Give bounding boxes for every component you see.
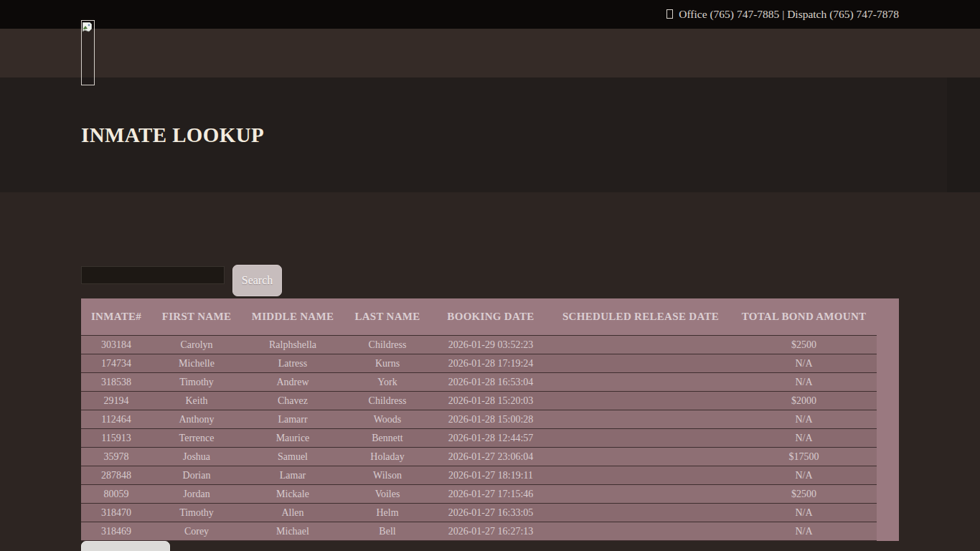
cell-first-name: Jordan bbox=[151, 485, 242, 503]
cell-first-name: Corey bbox=[151, 522, 242, 540]
table-body: 303184CarolynRalphshellaChildress2026-01… bbox=[81, 336, 899, 541]
table-row[interactable]: 287848DorianLamarWilson2026-01-27 18:19:… bbox=[81, 466, 877, 485]
cell-middle-name: Michael bbox=[242, 522, 344, 540]
hero-banner: INMATE LOOKUP bbox=[0, 77, 980, 192]
cell-last-name: Woods bbox=[344, 410, 431, 428]
cell-last-name: Voiles bbox=[344, 485, 431, 503]
cell-scheduled-release-date bbox=[550, 466, 731, 484]
cell-booking-date: 2026-01-27 23:06:04 bbox=[431, 448, 550, 466]
cell-total-bond-amount: N/A bbox=[731, 410, 877, 428]
column-header-booking-date[interactable]: BOOKING DATE bbox=[431, 298, 550, 335]
cell-total-bond-amount: N/A bbox=[731, 429, 877, 447]
inmate-lookup-page: Office (765) 747-7885 | Dispatch (765) 7… bbox=[0, 0, 980, 551]
cell-middle-name: Lamarr bbox=[242, 410, 344, 428]
table-row[interactable]: 112464AnthonyLamarrWoods2026-01-28 15:00… bbox=[81, 410, 877, 429]
cell-scheduled-release-date bbox=[550, 410, 731, 428]
table-row[interactable]: 80059JordanMickaleVoiles2026-01-27 17:15… bbox=[81, 485, 877, 504]
cell-booking-date: 2026-01-27 18:19:11 bbox=[431, 466, 550, 484]
cell-scheduled-release-date bbox=[550, 392, 731, 410]
table-header-row: INMATE# FIRST NAME MIDDLE NAME LAST NAME… bbox=[81, 298, 877, 336]
page-title: INMATE LOOKUP bbox=[81, 123, 264, 147]
table-row[interactable]: 35978JoshuaSamuelHoladay2026-01-27 23:06… bbox=[81, 448, 877, 466]
cell-inmate-number: 318538 bbox=[81, 373, 151, 391]
cell-scheduled-release-date bbox=[550, 336, 731, 354]
cell-first-name: Dorian bbox=[151, 466, 242, 484]
cell-booking-date: 2026-01-28 15:20:03 bbox=[431, 392, 550, 410]
cell-inmate-number: 112464 bbox=[81, 410, 151, 428]
cell-scheduled-release-date bbox=[550, 522, 731, 540]
column-header-first-name[interactable]: FIRST NAME bbox=[151, 298, 242, 335]
contact-phone-numbers: Office (765) 747-7885 | Dispatch (765) 7… bbox=[679, 8, 899, 20]
cell-total-bond-amount: $17500 bbox=[731, 448, 877, 466]
search-input[interactable] bbox=[81, 266, 225, 284]
cell-last-name: Holaday bbox=[344, 448, 431, 466]
cell-middle-name: Latress bbox=[242, 354, 344, 372]
cell-scheduled-release-date bbox=[550, 504, 731, 522]
cell-middle-name: Chavez bbox=[242, 392, 344, 410]
cell-inmate-number: 287848 bbox=[81, 466, 151, 484]
column-header-last-name[interactable]: LAST NAME bbox=[344, 298, 431, 335]
table-row[interactable]: 115913TerrenceMauriceBennett2026-01-28 1… bbox=[81, 429, 877, 448]
cell-middle-name: Maurice bbox=[242, 429, 344, 447]
navbar bbox=[0, 29, 980, 77]
cell-first-name: Timothy bbox=[151, 373, 242, 391]
cell-first-name: Keith bbox=[151, 392, 242, 410]
cell-middle-name: Lamar bbox=[242, 466, 344, 484]
column-header-total-bond-amount[interactable]: TOTAL BOND AMOUNT bbox=[731, 298, 877, 335]
cell-scheduled-release-date bbox=[550, 373, 731, 391]
cell-inmate-number: 80059 bbox=[81, 485, 151, 503]
cell-booking-date: 2026-01-28 17:19:24 bbox=[431, 354, 550, 372]
cell-scheduled-release-date bbox=[550, 448, 731, 466]
cell-first-name: Michelle bbox=[151, 354, 242, 372]
cell-last-name: Bennett bbox=[344, 429, 431, 447]
cell-inmate-number: 35978 bbox=[81, 448, 151, 466]
cell-first-name: Carolyn bbox=[151, 336, 242, 354]
table-row[interactable]: 318538TimothyAndrewYork2026-01-28 16:53:… bbox=[81, 373, 877, 392]
site-logo-broken-image[interactable] bbox=[81, 20, 95, 85]
cell-last-name: Childress bbox=[344, 392, 431, 410]
cell-last-name: Childress bbox=[344, 336, 431, 354]
cell-first-name: Joshua bbox=[151, 448, 242, 466]
cell-last-name: Bell bbox=[344, 522, 431, 540]
table-row[interactable]: 174734MichelleLatressKurns2026-01-28 17:… bbox=[81, 354, 877, 373]
cell-middle-name: Samuel bbox=[242, 448, 344, 466]
cell-inmate-number: 174734 bbox=[81, 354, 151, 372]
inmate-table: INMATE# FIRST NAME MIDDLE NAME LAST NAME… bbox=[81, 298, 899, 541]
cell-total-bond-amount: N/A bbox=[731, 354, 877, 372]
cell-last-name: Wilson bbox=[344, 466, 431, 484]
cell-inmate-number: 303184 bbox=[81, 336, 151, 354]
cell-first-name: Anthony bbox=[151, 410, 242, 428]
column-header-inmate-number[interactable]: INMATE# bbox=[81, 298, 151, 335]
cell-middle-name: Andrew bbox=[242, 373, 344, 391]
pagination-previous-button[interactable]: Previous bbox=[81, 541, 170, 551]
topbar: Office (765) 747-7885 | Dispatch (765) 7… bbox=[0, 0, 980, 29]
cell-first-name: Timothy bbox=[151, 504, 242, 522]
column-header-middle-name[interactable]: MIDDLE NAME bbox=[242, 298, 344, 335]
cell-total-bond-amount: $2000 bbox=[731, 392, 877, 410]
broken-image-icon bbox=[83, 22, 92, 32]
cell-first-name: Terrence bbox=[151, 429, 242, 447]
cell-booking-date: 2026-01-28 16:53:04 bbox=[431, 373, 550, 391]
table-row[interactable]: 318470TimothyAllenHelm2026-01-27 16:33:0… bbox=[81, 504, 877, 522]
cell-scheduled-release-date bbox=[550, 485, 731, 503]
cell-total-bond-amount: N/A bbox=[731, 466, 877, 484]
main-content: Search INMATE# FIRST NAME MIDDLE NAME LA… bbox=[0, 192, 980, 551]
cell-inmate-number: 115913 bbox=[81, 429, 151, 447]
search-button[interactable]: Search bbox=[232, 265, 282, 296]
table-row[interactable]: 318469CoreyMichaelBell2026-01-27 16:27:1… bbox=[81, 522, 877, 541]
cell-booking-date: 2026-01-28 12:44:57 bbox=[431, 429, 550, 447]
cell-total-bond-amount: N/A bbox=[731, 373, 877, 391]
cell-booking-date: 2026-01-28 15:00:28 bbox=[431, 410, 550, 428]
cell-middle-name: Mickale bbox=[242, 485, 344, 503]
table-row[interactable]: 29194KeithChavezChildress2026-01-28 15:2… bbox=[81, 392, 877, 410]
column-header-scheduled-release-date[interactable]: SCHEDULED RELEASE DATE bbox=[550, 298, 731, 335]
cell-booking-date: 2026-01-29 03:52:23 bbox=[431, 336, 550, 354]
cell-last-name: Kurns bbox=[344, 354, 431, 372]
cell-booking-date: 2026-01-27 16:33:05 bbox=[431, 504, 550, 522]
phone-icon bbox=[666, 9, 673, 19]
cell-inmate-number: 318470 bbox=[81, 504, 151, 522]
cell-total-bond-amount: N/A bbox=[731, 504, 877, 522]
cell-booking-date: 2026-01-27 16:27:13 bbox=[431, 522, 550, 540]
table-row[interactable]: 303184CarolynRalphshellaChildress2026-01… bbox=[81, 336, 877, 354]
cell-total-bond-amount: $2500 bbox=[731, 336, 877, 354]
